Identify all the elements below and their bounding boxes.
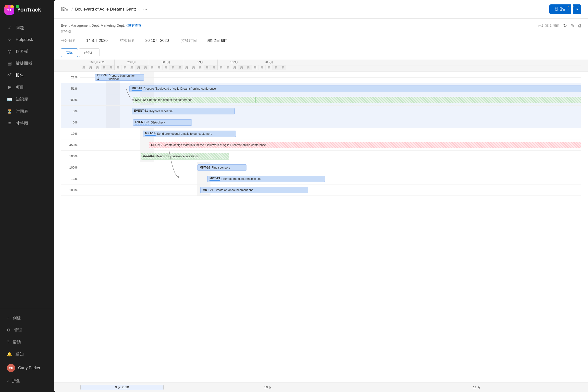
gantt-bar-dsgn3[interactable]: DSGN-3 Design for conference invitations (141, 153, 229, 160)
gantt-row-dsgn2[interactable]: 450% DSGN-2 Create design materials for … (61, 140, 581, 151)
manage-button[interactable]: ⚙ 管理 (2, 324, 52, 336)
chart-tabs: 实际 已估计 (54, 46, 588, 60)
date-group-1: 16 8月 2020 (80, 60, 115, 65)
report-meta-top: Event Management Dept, Marketing Dept, <… (61, 23, 581, 28)
row-percent: 19% (61, 132, 80, 136)
report-name: Boulevard of Agile Dreams Gantt (75, 7, 136, 12)
sidebar-item-helpdesk[interactable]: ○ Helpdesk (2, 34, 52, 45)
gantt-bar-mkt13[interactable]: MKT-13 Promote the conference in soc (207, 176, 325, 182)
tab-actual[interactable]: 实际 (61, 48, 78, 57)
row-percent: 100% (61, 154, 80, 158)
create-icon: + (7, 316, 9, 321)
row-percent: 0% (61, 120, 80, 124)
gantt-bar-dsgn1[interactable]: DSGN-1 Prepare banners for webinar (95, 74, 144, 80)
gantt-row-event31[interactable]: 3% EVENT-31 Keynote rehearsal (61, 106, 581, 117)
sidebar-item-projects[interactable]: ⊞ 项目 (2, 82, 52, 93)
filter-depts: Event Management Dept, Marketing Dept, (61, 24, 126, 28)
gantt-bar-event32[interactable]: EVENT-32 Q&A check (133, 119, 192, 126)
timesheet-icon: ⏳ (7, 109, 12, 114)
breadcrumb: 报告 / Boulevard of Agile Dreams Gantt ⌄ ·… (61, 6, 147, 12)
date-info: 开始日期 14 8月 2020 结束日期 20 10月 2020 持续时间 9周… (54, 36, 588, 46)
end-value: 20 10月 2020 (145, 38, 169, 43)
gantt-container: 16 8月 2020 23 8月 30 8月 6 9月 13 9月 20 9月 … (54, 60, 588, 392)
collapse-icon: « (7, 379, 9, 384)
gantt-row-mkt16[interactable]: 100% MKT-16 Find sponsors (61, 162, 581, 173)
reports-icon (7, 72, 12, 78)
notify-button[interactable]: 🔔 通知 (2, 348, 52, 360)
gantt-icon: ≡ (7, 121, 12, 126)
create-button[interactable]: + 创建 (2, 312, 52, 324)
window-more-icon[interactable]: ⋮⋮⋮ (566, 5, 581, 11)
help-button[interactable]: ? 帮助 (2, 336, 52, 348)
row-percent: 450% (61, 143, 80, 147)
sidebar-item-agile[interactable]: ▤ 敏捷面板 (2, 58, 52, 69)
gantt-row-dsgn3[interactable]: 100% DSGN-3 Design for conference invita… (61, 151, 581, 162)
gantt-bar-event31[interactable]: EVENT-31 Keynote rehearsal (132, 108, 235, 114)
sidebar-item-timesheet[interactable]: ⏳ 时间表 (2, 106, 52, 117)
row-percent: 13% (61, 177, 80, 180)
sidebar-item-label: 问题 (16, 25, 24, 30)
issues-icon: ✓ (7, 25, 12, 30)
gantt-row-mkt13[interactable]: 13% MKT-13 Promote the conference in soc (61, 173, 581, 184)
gantt-bar-mkt29[interactable]: MKT-29 Create an announcement abo (200, 187, 308, 193)
help-label: 帮助 (12, 339, 21, 345)
start-label: 开始日期 (61, 38, 76, 43)
computed-label: 已计算 2 周前 (538, 24, 559, 28)
gantt-bar-mkt16[interactable]: MKT-16 Find sponsors (198, 164, 246, 171)
gantt-bar-mkt12[interactable]: MKT-12 Choose the date of the conference (133, 97, 256, 103)
sidebar-item-gantt[interactable]: ≡ 甘特图 (2, 118, 52, 129)
edit-icon[interactable]: ✎ (571, 23, 574, 28)
refresh-icon[interactable]: ↻ (563, 23, 567, 28)
timeline-month-sept[interactable]: 9 月 2020 (80, 385, 164, 390)
row-percent: 100% (61, 188, 80, 192)
row-percent: 51% (61, 87, 80, 90)
gantt-row-dsgn1[interactable]: 21% DSGN-1 Prepare banners for webinar (61, 72, 581, 83)
chevron-down-icon[interactable]: ⌄ (138, 7, 141, 11)
gantt-row-event32[interactable]: 0% EVENT-32 Q&A check (61, 117, 581, 128)
filter-query-link[interactable]: <没有查询> (126, 24, 143, 28)
sidebar-item-knowledge[interactable]: 📖 知识库 (2, 94, 52, 105)
tab-estimate[interactable]: 已估计 (79, 48, 100, 57)
gantt-row-mkt29[interactable]: 100% MKT-29 Create an announcement abo (61, 184, 581, 196)
sidebar-item-reports[interactable]: 报告 (2, 70, 52, 81)
gantt-row-mkt10[interactable]: 51% MKT-10 Prepare "Boulevard of Agile D… (61, 83, 581, 94)
sidebar-item-label: 时间表 (16, 108, 28, 114)
sidebar-item-dashboard[interactable]: ◎ 仪表板 (2, 46, 52, 57)
date-group-3: 30 8月 (149, 60, 183, 65)
gantt-bar-dsgn2[interactable]: DSGN-2 Create design materials for the "… (149, 142, 581, 148)
agile-icon: ▤ (7, 61, 12, 66)
print-icon[interactable]: ⎙ (578, 23, 581, 28)
duration-label: 持续时间 (181, 38, 197, 43)
report-actions: 已计算 2 周前 ↻ ✎ ⎙ (538, 23, 581, 28)
maximize-button[interactable] (16, 5, 19, 8)
sidebar-nav: ✓ 问题 ○ Helpdesk ◎ 仪表板 ▤ 敏捷面板 报告 ⊞ 项目 (0, 20, 54, 309)
gantt-bar-mkt10[interactable]: MKT-10 Prepare "Boulevard of Agile Dream… (129, 86, 581, 92)
breadcrumb-sep: / (72, 7, 73, 12)
gantt-body: 21% DSGN-1 Prepare banners for webinar (54, 72, 588, 382)
more-options-icon[interactable]: ··· (143, 6, 147, 12)
gantt-header: 16 8月 2020 23 8月 30 8月 6 9月 13 9月 20 9月 … (54, 60, 588, 72)
gantt-bar-mkt12-ext (256, 97, 581, 103)
close-button[interactable] (5, 5, 8, 8)
report-filter: Event Management Dept, Marketing Dept, <… (61, 24, 144, 28)
sidebar-item-label: 敏捷面板 (16, 60, 32, 66)
sidebar-item-issues[interactable]: ✓ 问题 (2, 22, 52, 34)
user-name: Carry Parker (18, 366, 40, 370)
user-profile[interactable]: CP Carry Parker (2, 360, 52, 376)
collapse-sidebar[interactable]: « 折叠 (2, 376, 52, 386)
brand-name: YouTrack (17, 6, 41, 13)
breadcrumb-parent[interactable]: 报告 (61, 6, 69, 12)
date-group-2: 23 8月 (115, 60, 149, 65)
avatar: CP (7, 364, 15, 372)
gantt-row-mkt12[interactable]: 100% MKT-12 Choose the date of the confe… (61, 94, 581, 106)
help-icon: ? (7, 340, 9, 345)
breadcrumb-title: Boulevard of Agile Dreams Gantt ⌄ (75, 7, 141, 12)
gantt-row-mkt14[interactable]: 19% MKT-14 Send promotional emails to ou… (61, 128, 581, 140)
date-group-6: 20 9月 (252, 60, 286, 65)
notify-icon: 🔔 (7, 352, 12, 357)
end-label: 结束日期 (120, 38, 136, 43)
sidebar-item-label: 知识库 (16, 96, 28, 102)
sidebar-item-label: 仪表板 (16, 48, 28, 54)
minimize-button[interactable] (10, 5, 14, 8)
gantt-bar-mkt14[interactable]: MKT-14 Send promotional emails to our cu… (143, 130, 236, 137)
